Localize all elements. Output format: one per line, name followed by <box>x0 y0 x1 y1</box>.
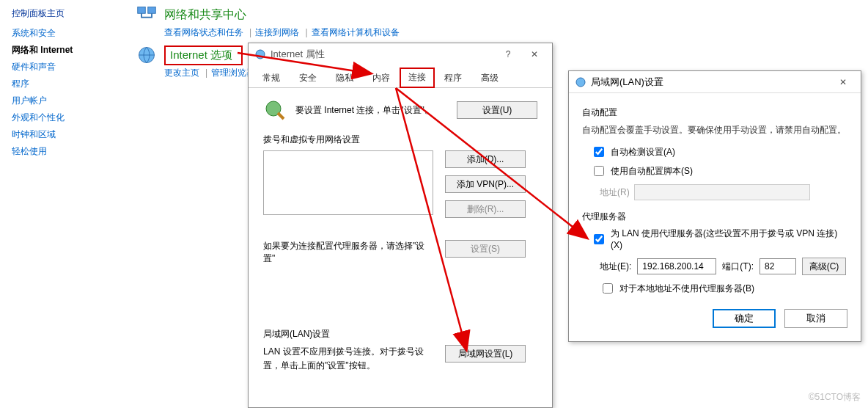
header-link[interactable]: 更改主页 <box>164 68 199 78</box>
svg-point-3 <box>256 50 265 59</box>
close-button[interactable]: ✕ <box>831 74 855 90</box>
sidebar-item[interactable]: 用户帐户 <box>12 95 129 107</box>
proxy-address-label: 地址(E): <box>600 261 631 273</box>
cancel-button[interactable]: 取消 <box>784 309 847 328</box>
tab-advanced[interactable]: 高级 <box>471 68 508 88</box>
connection-wizard-icon <box>263 98 287 122</box>
tab-general[interactable]: 常规 <box>253 68 290 88</box>
tab-strip: 常规 安全 隐私 内容 连接 程序 高级 <box>249 67 552 88</box>
control-panel-home-link[interactable]: 控制面板主页 <box>12 7 129 20</box>
sidebar-item[interactable]: 时钟和区域 <box>12 128 129 141</box>
control-panel-sidebar: 控制面板主页 系统和安全 网络和 Internet 硬件和声音 程序 用户帐户 … <box>12 7 129 162</box>
proxy-address-input[interactable] <box>637 258 716 274</box>
network-center-icon <box>136 4 157 25</box>
lan-group-label: 局域网(LAN)设置 <box>263 328 537 340</box>
tab-privacy[interactable]: 隐私 <box>326 68 363 88</box>
sidebar-item[interactable]: 外观和个性化 <box>12 112 129 124</box>
header-link[interactable]: 连接到网络 <box>255 27 299 37</box>
bypass-local-label: 对于本地地址不使用代理服务器(B) <box>619 283 754 295</box>
tab-security[interactable]: 安全 <box>290 68 326 88</box>
lan-settings-button[interactable]: 局域网设置(L) <box>445 345 526 363</box>
header-link[interactable]: 查看网络状态和任务 <box>164 27 243 37</box>
svg-rect-0 <box>138 7 146 14</box>
proxy-title: 代理服务器 <box>582 211 847 223</box>
setup-button[interactable]: 设置(U) <box>457 101 537 119</box>
script-address-input <box>634 184 810 200</box>
tab-content[interactable]: 内容 <box>363 68 400 88</box>
add-button[interactable]: 添加(D)... <box>445 150 526 168</box>
dial-listbox[interactable] <box>263 150 433 215</box>
auto-detect-checkbox-row[interactable]: 自动检测设置(A) <box>591 145 847 159</box>
sidebar-item[interactable]: 网络和 Internet <box>12 44 129 57</box>
dialog-title: Internet 属性 <box>271 48 496 61</box>
auto-detect-checkbox[interactable] <box>594 147 604 157</box>
dialog-icon <box>254 48 266 60</box>
header-link[interactable]: 查看网络计算机和设备 <box>312 27 400 37</box>
dial-group-label: 拨号和虚拟专用网络设置 <box>263 134 537 146</box>
proxy-port-label: 端口(T): <box>722 261 754 273</box>
script-address-label: 地址(R) <box>600 186 630 199</box>
lan-description: LAN 设置不应用到拨号连接。对于拨号设置，单击上面的"设置"按钮。 <box>263 345 433 373</box>
remove-button[interactable]: 删除(R)... <box>445 200 526 218</box>
internet-options-highlight[interactable]: Internet 选项 <box>164 45 243 65</box>
bypass-local-checkbox-row[interactable]: 对于本地地址不使用代理服务器(B) <box>600 281 847 296</box>
tab-programs[interactable]: 程序 <box>435 68 471 88</box>
use-proxy-checkbox[interactable] <box>594 234 604 244</box>
bypass-local-checkbox[interactable] <box>603 283 613 294</box>
advanced-button[interactable]: 高级(C) <box>802 258 846 275</box>
tab-connections[interactable]: 连接 <box>400 68 435 88</box>
sidebar-item[interactable]: 程序 <box>12 78 129 90</box>
auto-script-checkbox[interactable] <box>594 166 604 176</box>
category-title[interactable]: 网络和共享中心 <box>164 7 246 23</box>
ok-button[interactable]: 确定 <box>713 309 776 328</box>
sidebar-item[interactable]: 系统和安全 <box>12 27 129 40</box>
dialog-title: 局域网(LAN)设置 <box>591 76 831 89</box>
internet-properties-dialog: Internet 属性 ? ✕ 常规 安全 隐私 内容 连接 程序 高级 要设置… <box>248 43 553 408</box>
dialog-icon <box>575 76 586 88</box>
auto-config-desc: 自动配置会覆盖手动设置。要确保使用手动设置，请禁用自动配置。 <box>582 123 847 137</box>
use-proxy-checkbox-row[interactable]: 为 LAN 使用代理服务器(这些设置不用于拨号或 VPN 连接)(X) <box>591 227 847 250</box>
watermark: ©51CTO博客 <box>809 391 861 404</box>
svg-rect-1 <box>148 7 156 14</box>
proxy-note: 如果要为连接配置代理服务器，请选择"设置" <box>263 240 433 265</box>
svg-point-5 <box>576 78 585 87</box>
internet-options-link[interactable]: Internet 选项 <box>170 48 232 61</box>
dial-settings-button[interactable]: 设置(S) <box>445 240 526 258</box>
use-proxy-label: 为 LAN 使用代理服务器(这些设置不用于拨号或 VPN 连接)(X) <box>611 227 847 250</box>
close-button[interactable]: ✕ <box>523 46 546 62</box>
connection-hint: 要设置 Internet 连接，单击"设置"。 <box>295 104 448 117</box>
auto-detect-label: 自动检测设置(A) <box>611 146 675 159</box>
help-button[interactable]: ? <box>496 46 520 62</box>
lan-settings-dialog: 局域网(LAN)设置 ✕ 自动配置 自动配置会覆盖手动设置。要确保使用手动设置，… <box>568 70 861 342</box>
auto-config-title: 自动配置 <box>582 106 847 119</box>
proxy-port-input[interactable] <box>760 258 796 274</box>
add-vpn-button[interactable]: 添加 VPN(P)... <box>445 175 526 193</box>
sidebar-item[interactable]: 轻松使用 <box>12 145 129 158</box>
auto-script-checkbox-row[interactable]: 使用自动配置脚本(S) <box>591 164 847 178</box>
sidebar-item[interactable]: 硬件和声音 <box>12 61 129 73</box>
internet-options-icon <box>136 45 157 65</box>
auto-script-label: 使用自动配置脚本(S) <box>611 165 693 178</box>
